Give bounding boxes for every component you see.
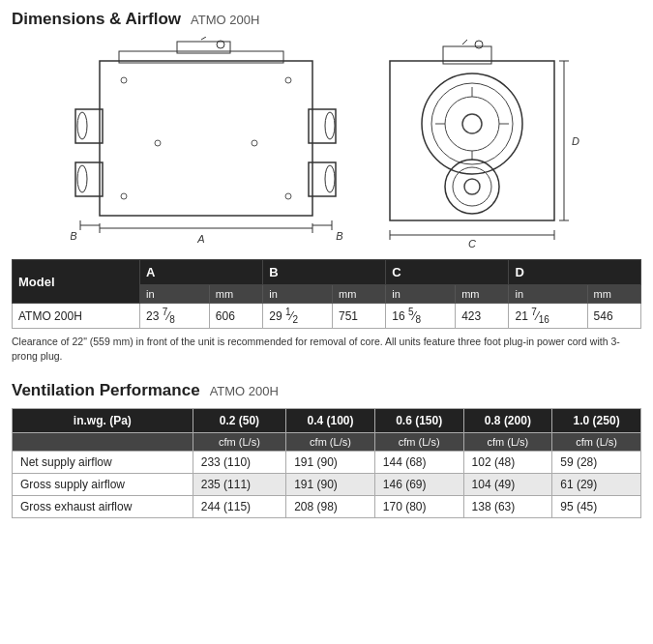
svg-text:D: D — [572, 135, 579, 147]
svg-text:B: B — [71, 230, 77, 242]
svg-point-36 — [462, 114, 482, 133]
vent-row-label: Net supply airflow — [13, 451, 193, 473]
vent-row-value: 235 (111) — [193, 473, 285, 495]
svg-text:C: C — [468, 238, 476, 249]
svg-text:B: B — [336, 230, 342, 242]
vent-row-value: 59 (28) — [552, 451, 641, 473]
vent-col-header: 0.6 (150) — [374, 408, 463, 432]
vent-col-header: in.wg. (Pa) — [13, 408, 193, 432]
vent-sub-header: cfm (L/s) — [193, 432, 285, 451]
ventilation-model: ATMO 200H — [210, 384, 279, 398]
vent-col-header: 0.2 (50) — [193, 408, 285, 432]
a-mm-subheader: mm — [209, 285, 262, 304]
dimension-cell: 29 1⁄2 — [263, 304, 333, 329]
vent-row-value: 104 (49) — [463, 473, 552, 495]
page-header: Dimensions & Airflow ATMO 200H — [12, 10, 641, 29]
ventilation-header: Ventilation Performance ATMO 200H — [12, 381, 641, 400]
svg-point-35 — [445, 97, 499, 151]
front-view-diagram: A B B — [71, 37, 351, 249]
svg-point-8 — [325, 112, 335, 139]
svg-point-14 — [285, 77, 291, 83]
vent-row-value: 208 (98) — [286, 495, 375, 517]
svg-point-43 — [464, 179, 480, 194]
vent-row-value: 233 (110) — [193, 451, 285, 473]
diagram-area: A B B D — [12, 37, 641, 249]
vent-row-value: 138 (63) — [463, 495, 552, 517]
dimension-cell: 751 — [332, 304, 385, 329]
vent-sub-header: cfm (L/s) — [552, 432, 641, 451]
page-title: Dimensions & Airflow — [12, 10, 181, 29]
dimensions-note: Clearance of 22" (559 mm) in front of th… — [12, 335, 641, 363]
d-mm-subheader: mm — [587, 285, 640, 304]
c-col-header: C — [386, 260, 509, 285]
dimension-cell: 423 — [456, 304, 509, 329]
a-col-header: A — [140, 260, 263, 285]
svg-line-3 — [201, 37, 206, 40]
svg-point-15 — [121, 193, 127, 199]
side-view-diagram: D C — [371, 37, 583, 249]
vent-row-value: 170 (80) — [374, 495, 463, 517]
vent-col-header: 1.0 (250) — [552, 408, 641, 432]
vent-table-row: Net supply airflow233 (110)191 (90)144 (… — [13, 451, 641, 473]
model-col-header: Model — [13, 260, 140, 304]
svg-text:A: A — [196, 233, 204, 245]
vent-col-header: 0.4 (100) — [286, 408, 375, 432]
dimensions-table: Model A B C D in mm in mm in mm in mm AT… — [12, 259, 641, 329]
svg-point-18 — [252, 140, 257, 146]
vent-sub-header — [13, 432, 193, 451]
vent-row-value: 102 (48) — [463, 451, 552, 473]
d-in-subheader: in — [509, 285, 587, 304]
svg-line-31 — [462, 40, 467, 44]
ventilation-table: in.wg. (Pa)0.2 (50)0.4 (100)0.6 (150)0.8… — [12, 408, 641, 518]
c-mm-subheader: mm — [456, 285, 509, 304]
svg-point-12 — [325, 165, 335, 192]
table-row: ATMO 200H23 7⁄860629 1⁄275116 5⁄842321 7… — [13, 304, 641, 329]
svg-point-42 — [453, 167, 491, 206]
vent-row-value: 95 (45) — [552, 495, 641, 517]
dimension-cell: 606 — [209, 304, 262, 329]
vent-sub-header: cfm (L/s) — [286, 432, 375, 451]
b-mm-subheader: mm — [332, 285, 385, 304]
vent-sub-header: cfm (L/s) — [374, 432, 463, 451]
svg-rect-29 — [390, 61, 554, 220]
vent-table-row: Gross exhaust airflow244 (115)208 (98)17… — [13, 495, 641, 517]
b-in-subheader: in — [263, 285, 333, 304]
model-subtitle: ATMO 200H — [191, 13, 259, 27]
svg-point-16 — [285, 193, 291, 199]
vent-row-value: 146 (69) — [374, 473, 463, 495]
vent-row-label: Gross supply airflow — [13, 473, 193, 495]
vent-sub-header: cfm (L/s) — [463, 432, 552, 451]
b-col-header: B — [263, 260, 386, 285]
dimension-cell: 546 — [587, 304, 640, 329]
vent-row-label: Gross exhaust airflow — [13, 495, 193, 517]
c-in-subheader: in — [386, 285, 456, 304]
vent-row-value: 244 (115) — [193, 495, 285, 517]
ventilation-title: Ventilation Performance — [12, 381, 200, 400]
vent-row-value: 61 (29) — [552, 473, 641, 495]
vent-col-header: 0.8 (200) — [463, 408, 552, 432]
vent-row-value: 191 (90) — [286, 451, 375, 473]
model-cell: ATMO 200H — [13, 304, 140, 329]
svg-rect-0 — [100, 61, 312, 216]
svg-point-13 — [121, 77, 127, 83]
vent-row-value: 191 (90) — [286, 473, 375, 495]
dimension-cell: 21 7⁄16 — [509, 304, 587, 329]
svg-point-6 — [77, 112, 87, 139]
vent-row-value: 144 (68) — [374, 451, 463, 473]
dimension-cell: 16 5⁄8 — [386, 304, 456, 329]
a-in-subheader: in — [140, 285, 210, 304]
d-col-header: D — [509, 260, 641, 285]
svg-point-32 — [475, 41, 483, 48]
svg-point-10 — [77, 165, 87, 192]
dimension-cell: 23 7⁄8 — [140, 304, 210, 329]
vent-table-row: Gross supply airflow235 (111)191 (90)146… — [13, 473, 641, 495]
svg-point-17 — [155, 140, 161, 146]
